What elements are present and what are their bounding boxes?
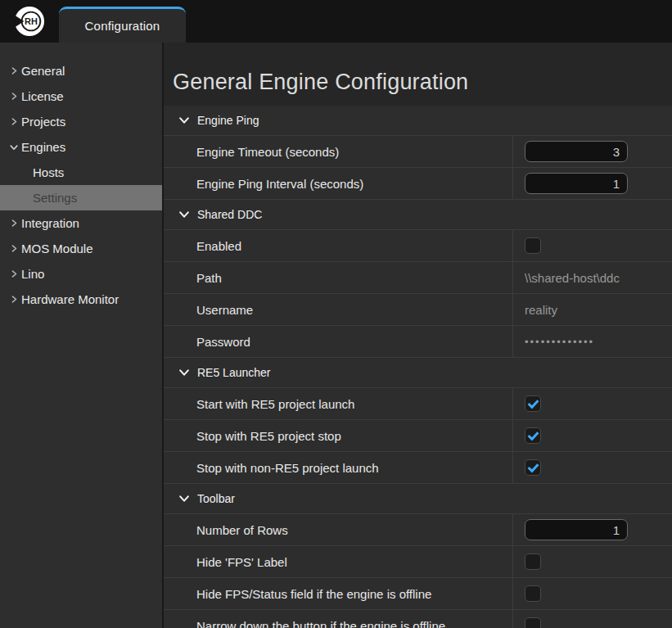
sidebar-item-label: Engines (21, 140, 65, 154)
row-value-cell: reality (513, 294, 672, 325)
section-header-re5-launcher[interactable]: RE5 Launcher (164, 358, 672, 388)
row-label: Stop with RE5 project stop (164, 420, 513, 451)
section-header-engine-ping[interactable]: Engine Ping (164, 106, 672, 136)
password-value: ••••••••••••• (525, 336, 594, 348)
checkmark-icon (527, 430, 539, 442)
enabled-checkbox[interactable] (525, 237, 541, 254)
settings-row-path: Path\\shared-host\ddc (164, 262, 672, 294)
page-title: General Engine Configuration (164, 70, 672, 95)
sidebar-item-label: Hosts (33, 165, 64, 179)
row-label: Enabled (164, 230, 513, 261)
sidebar: GeneralLicenseProjectsEnginesHostsSettin… (0, 43, 164, 628)
settings-row-narrow-down-the-button-if-the-engine-is-offline: Narrow down the button if the engine is … (164, 610, 672, 628)
checkmark-icon (527, 462, 539, 474)
sidebar-item-hosts[interactable]: Hosts (0, 160, 162, 185)
chevron-right-icon (7, 117, 21, 126)
row-label: Narrow down the button if the engine is … (164, 610, 513, 628)
row-label: Path (164, 262, 513, 293)
top-bar: RH Configuration (0, 0, 672, 43)
sidebar-item-license[interactable]: License (0, 84, 162, 109)
row-label: Number of Rows (164, 514, 513, 545)
tab-configuration[interactable]: Configuration (59, 7, 186, 43)
row-label: Start with RE5 project launch (164, 388, 513, 419)
sidebar-item-label: Settings (33, 191, 77, 205)
sidebar-item-general[interactable]: General (0, 58, 162, 84)
chevron-down-icon (178, 209, 190, 220)
settings-row-engine-ping-interval-seconds: Engine Ping Interval (seconds) (164, 168, 672, 200)
chevron-down-icon (7, 142, 21, 152)
engine-ping-interval-seconds-input[interactable] (525, 173, 628, 194)
chevron-right-icon (7, 269, 21, 278)
sidebar-item-hardware-monitor[interactable]: Hardware Monitor (0, 287, 162, 312)
row-label: Username (164, 294, 513, 325)
row-label: Stop with non-RE5 project launch (164, 452, 513, 483)
main-panel: General Engine Configuration Engine Ping… (164, 43, 672, 628)
checkmark-icon (527, 398, 539, 410)
row-value-cell (513, 578, 672, 609)
settings-row-hide-fps-status-field-if-the-engine-is-offline: Hide FPS/Status field if the engine is o… (164, 578, 672, 610)
sidebar-item-label: MOS Module (21, 242, 93, 255)
stop-with-re5-project-stop-checkbox[interactable] (525, 427, 541, 444)
row-label: Password (164, 326, 513, 357)
sidebar-item-integration[interactable]: Integration (0, 210, 162, 236)
sidebar-item-engines[interactable]: Engines (0, 134, 162, 160)
section-header-shared-ddc[interactable]: Shared DDC (164, 200, 672, 230)
section-title: RE5 Launcher (197, 366, 271, 379)
row-value-cell (513, 452, 672, 483)
settings-row-password: Password••••••••••••• (164, 326, 672, 358)
section-title: Shared DDC (197, 208, 262, 221)
settings-row-stop-with-re5-project-stop: Stop with RE5 project stop (164, 420, 672, 452)
row-value-cell (513, 514, 672, 545)
sidebar-item-projects[interactable]: Projects (0, 109, 162, 134)
row-value-cell (513, 136, 672, 167)
row-label: Hide FPS/Status field if the engine is o… (164, 578, 513, 609)
chevron-down-icon (178, 493, 190, 504)
sidebar-item-label: Integration (21, 216, 79, 230)
hide-fps-status-field-if-the-engine-is-offline-checkbox[interactable] (525, 585, 541, 602)
chevron-down-icon (178, 115, 190, 126)
settings-row-hide-fps-label: Hide 'FPS' Label (164, 546, 672, 578)
row-value-cell (513, 230, 672, 261)
settings-row-username: Usernamereality (164, 294, 672, 326)
section-title: Engine Ping (197, 114, 259, 127)
sidebar-item-label: General (21, 64, 65, 78)
chevron-right-icon (7, 66, 21, 75)
sidebar-item-label: Hardware Monitor (21, 292, 119, 306)
username-value: reality (525, 303, 557, 317)
start-with-re5-project-launch-checkbox[interactable] (525, 395, 541, 412)
row-value-cell: \\shared-host\ddc (513, 262, 672, 293)
sidebar-item-settings[interactable]: Settings (0, 185, 162, 210)
settings-table: Engine PingEngine Timeout (seconds)Engin… (164, 106, 672, 628)
sidebar-item-mos-module[interactable]: MOS Module (0, 236, 162, 261)
settings-row-stop-with-non-re5-project-launch: Stop with non-RE5 project launch (164, 452, 672, 484)
row-label: Engine Ping Interval (seconds) (164, 168, 513, 199)
row-label: Hide 'FPS' Label (164, 546, 513, 577)
row-value-cell (513, 420, 672, 451)
settings-row-number-of-rows: Number of Rows (164, 514, 672, 546)
chevron-right-icon (7, 219, 21, 228)
number-of-rows-input[interactable] (525, 519, 628, 540)
app-body: GeneralLicenseProjectsEnginesHostsSettin… (0, 43, 672, 628)
settings-row-start-with-re5-project-launch: Start with RE5 project launch (164, 388, 672, 420)
tab-label: Configuration (85, 19, 160, 33)
sidebar-item-label: License (21, 89, 64, 103)
row-value-cell (513, 610, 672, 628)
path-value: \\shared-host\ddc (525, 271, 620, 285)
row-label: Engine Timeout (seconds) (164, 136, 513, 167)
narrow-down-the-button-if-the-engine-is-offline-checkbox[interactable] (525, 617, 541, 628)
sidebar-item-lino[interactable]: Lino (0, 261, 162, 287)
chevron-right-icon (7, 295, 21, 304)
settings-row-engine-timeout-seconds: Engine Timeout (seconds) (164, 136, 672, 168)
row-value-cell (513, 388, 672, 419)
hide-fps-label-checkbox[interactable] (525, 553, 541, 570)
row-value-cell: ••••••••••••• (513, 326, 672, 357)
engine-timeout-seconds-input[interactable] (525, 141, 628, 162)
chevron-down-icon (178, 367, 190, 378)
app-logo-icon: RH (14, 6, 45, 37)
chevron-right-icon (7, 244, 21, 253)
section-title: Toolbar (197, 492, 235, 505)
chevron-right-icon (7, 92, 21, 101)
stop-with-non-re5-project-launch-checkbox[interactable] (525, 459, 541, 476)
sidebar-item-label: Lino (21, 267, 44, 281)
section-header-toolbar[interactable]: Toolbar (164, 484, 672, 514)
